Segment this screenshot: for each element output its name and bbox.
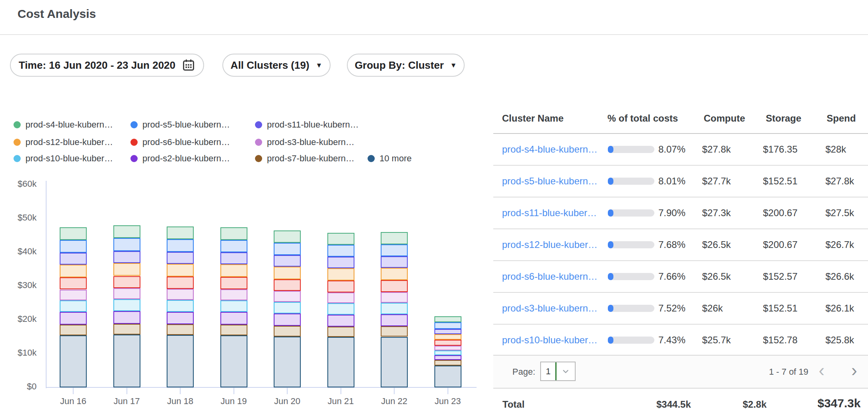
bar-segment-s7-jun-18[interactable]	[167, 324, 194, 335]
bar-segment-s4-jun-22[interactable]	[381, 232, 408, 244]
bar-segment-more-jun-23[interactable]	[434, 366, 461, 387]
bar-segment-s12-jun-21[interactable]	[327, 268, 354, 281]
bar-segment-more-jun-16[interactable]	[60, 335, 87, 387]
bar-segment-s6-jun-18[interactable]	[167, 277, 194, 289]
bar-segment-s4-jun-18[interactable]	[167, 226, 194, 239]
bar-segment-s6-jun-17[interactable]	[113, 276, 140, 288]
bar-segment-s11-jun-23[interactable]	[434, 329, 461, 334]
bar-segment-more-jun-19[interactable]	[220, 335, 247, 387]
bar-segment-s2-jun-21[interactable]	[327, 315, 354, 327]
bar-segment-s12-jun-16[interactable]	[60, 265, 87, 277]
cluster-link[interactable]: prod-s12-blue-kuber…	[502, 239, 597, 250]
legend-item-s3[interactable]: prod-s3-blue-kubern…	[255, 136, 354, 148]
bar-segment-s3-jun-23[interactable]	[434, 346, 461, 351]
bar-segment-s7-jun-17[interactable]	[113, 324, 140, 335]
bar-segment-more-jun-18[interactable]	[167, 335, 194, 387]
bar-segment-s4-jun-16[interactable]	[60, 227, 87, 240]
bar-segment-s10-jun-22[interactable]	[381, 303, 408, 314]
bar-segment-s4-jun-17[interactable]	[113, 225, 140, 238]
bar-segment-s11-jun-22[interactable]	[381, 256, 408, 268]
bar-segment-s10-jun-19[interactable]	[220, 300, 247, 312]
bar-segment-s12-jun-18[interactable]	[167, 264, 194, 277]
bar-segment-s6-jun-22[interactable]	[381, 280, 408, 292]
bar-segment-s6-jun-20[interactable]	[274, 279, 301, 291]
bar-segment-s7-jun-22[interactable]	[381, 326, 408, 337]
legend-item-s10[interactable]: prod-s10-blue-kuber…	[14, 153, 113, 164]
bar-segment-s5-jun-18[interactable]	[167, 239, 194, 252]
cluster-link[interactable]: prod-s5-blue-kubern…	[502, 176, 597, 187]
cluster-link[interactable]: prod-s11-blue-kuber…	[502, 207, 597, 219]
bar-segment-s6-jun-21[interactable]	[327, 281, 354, 292]
bar-segment-s10-jun-18[interactable]	[167, 300, 194, 312]
prev-page-button[interactable]: ‹	[819, 362, 825, 379]
bar-segment-s5-jun-21[interactable]	[327, 245, 354, 257]
bar-segment-s12-jun-20[interactable]	[274, 267, 301, 279]
bar-segment-s3-jun-22[interactable]	[381, 292, 408, 303]
bar-segment-s2-jun-17[interactable]	[113, 311, 140, 324]
bar-segment-s5-jun-17[interactable]	[113, 238, 140, 251]
bar-segment-s6-jun-23[interactable]	[434, 340, 461, 345]
legend-item-more[interactable]: 10 more	[368, 153, 412, 164]
bar-segment-s12-jun-19[interactable]	[220, 264, 247, 277]
bar-segment-s11-jun-16[interactable]	[60, 253, 87, 265]
page-select[interactable]: 1	[540, 362, 576, 381]
legend-item-s11[interactable]: prod-s11-blue-kubern…	[255, 119, 359, 131]
bar-segment-s3-jun-17[interactable]	[113, 288, 140, 299]
group-by-filter-button[interactable]: Group By: Cluster ▼	[347, 54, 465, 77]
bar-segment-s3-jun-19[interactable]	[220, 289, 247, 300]
bar-segment-s12-jun-23[interactable]	[434, 334, 461, 340]
bar-segment-s2-jun-19[interactable]	[220, 312, 247, 324]
legend-item-s6[interactable]: prod-s6-blue-kubern…	[130, 136, 230, 148]
clusters-filter-button[interactable]: All Clusters (19) ▼	[222, 54, 331, 77]
legend-item-s2[interactable]: prod-s2-blue-kubern…	[130, 153, 230, 164]
cluster-link[interactable]: prod-s3-blue-kubern…	[502, 303, 597, 314]
legend-item-s5[interactable]: prod-s5-blue-kubern…	[130, 119, 230, 131]
bar-segment-more-jun-22[interactable]	[381, 337, 408, 388]
cluster-link[interactable]: prod-s6-blue-kubern…	[502, 271, 597, 282]
bar-segment-s4-jun-21[interactable]	[327, 233, 354, 245]
cluster-link[interactable]: prod-s4-blue-kubern…	[502, 144, 597, 155]
bar-segment-s12-jun-22[interactable]	[381, 268, 408, 280]
bar-segment-s5-jun-23[interactable]	[434, 322, 461, 329]
bar-segment-s5-jun-19[interactable]	[220, 240, 247, 253]
bar-segment-s3-jun-16[interactable]	[60, 290, 87, 300]
legend-item-s4[interactable]: prod-s4-blue-kubern…	[14, 119, 113, 131]
time-range-filter-button[interactable]: Time: 16 Jun 2020 - 23 Jun 2020	[10, 54, 204, 77]
bar-segment-s11-jun-21[interactable]	[327, 257, 354, 268]
bar-segment-s7-jun-16[interactable]	[60, 325, 87, 335]
bar-segment-s2-jun-16[interactable]	[60, 312, 87, 324]
bar-segment-s11-jun-19[interactable]	[220, 252, 247, 264]
bar-segment-s3-jun-21[interactable]	[327, 292, 354, 303]
bar-segment-s4-jun-23[interactable]	[434, 316, 461, 322]
bar-segment-s2-jun-23[interactable]	[434, 355, 461, 360]
bar-segment-s4-jun-20[interactable]	[274, 230, 301, 243]
bar-segment-s6-jun-19[interactable]	[220, 277, 247, 289]
bar-segment-s7-jun-19[interactable]	[220, 325, 247, 335]
bar-segment-s6-jun-16[interactable]	[60, 277, 87, 290]
bar-segment-s4-jun-19[interactable]	[220, 227, 247, 240]
bar-segment-s10-jun-21[interactable]	[327, 303, 354, 315]
bar-segment-s10-jun-23[interactable]	[434, 350, 461, 355]
bar-segment-s12-jun-17[interactable]	[113, 263, 140, 276]
bar-segment-more-jun-17[interactable]	[113, 335, 140, 387]
bar-segment-more-jun-20[interactable]	[274, 337, 301, 387]
bar-segment-s2-jun-18[interactable]	[167, 312, 194, 324]
bar-segment-more-jun-21[interactable]	[327, 337, 354, 387]
next-page-button[interactable]: ›	[851, 362, 857, 379]
bar-segment-s7-jun-20[interactable]	[274, 326, 301, 337]
bar-segment-s7-jun-21[interactable]	[327, 327, 354, 337]
cluster-link[interactable]: prod-s10-blue-kuber…	[502, 335, 597, 346]
bar-segment-s2-jun-22[interactable]	[381, 314, 408, 326]
bar-segment-s10-jun-20[interactable]	[274, 302, 301, 314]
bar-segment-s5-jun-22[interactable]	[381, 244, 408, 257]
bar-segment-s2-jun-20[interactable]	[274, 314, 301, 326]
bar-segment-s7-jun-23[interactable]	[434, 360, 461, 366]
bar-segment-s5-jun-20[interactable]	[274, 243, 301, 255]
bar-segment-s10-jun-16[interactable]	[60, 300, 87, 312]
bar-segment-s11-jun-20[interactable]	[274, 255, 301, 267]
bar-segment-s5-jun-16[interactable]	[60, 240, 87, 253]
legend-item-s7[interactable]: prod-s7-blue-kubern…	[255, 153, 354, 164]
bar-segment-s11-jun-18[interactable]	[167, 252, 194, 264]
bar-segment-s10-jun-17[interactable]	[113, 299, 140, 311]
legend-item-s12[interactable]: prod-s12-blue-kuber…	[14, 136, 113, 148]
